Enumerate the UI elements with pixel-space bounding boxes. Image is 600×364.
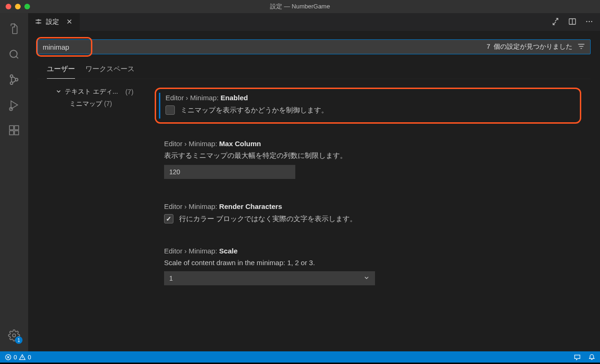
svg-rect-7 [15,131,19,135]
chevron-down-icon [363,275,370,282]
close-tab-icon[interactable] [66,18,73,27]
chevron-down-icon [55,88,62,96]
checkbox-render-characters[interactable] [164,214,173,223]
select-value: 1 [169,275,173,282]
setting-minimap-enabled: Editor › Minimap: Enabled ミニマップを表示するかどうか… [155,88,581,124]
svg-point-1 [10,75,13,77]
input-minimap-max-column[interactable] [164,165,295,179]
settings-list: Editor › Minimap: Enabled ミニマップを表示するかどうか… [155,88,591,304]
status-feedback-icon[interactable] [574,354,581,361]
toc-item-label: ミニマップ [69,100,102,107]
open-changes-icon[interactable] [551,17,560,27]
tab-settings[interactable]: 設定 [28,13,80,31]
toc-item-count: (7) [104,100,112,107]
minimize-window-icon[interactable] [15,4,21,9]
setting-title: Editor › Minimap: Enabled [165,94,570,102]
svg-point-15 [591,21,592,22]
traffic-lights [0,4,30,9]
svg-point-11 [38,22,39,23]
svg-point-13 [586,21,587,22]
setting-title: Editor › Minimap: Scale [164,247,572,255]
setting-description: 表示するミニマップの最大幅を特定の列数に制限します。 [164,151,572,160]
settings-badge: 1 [15,336,22,344]
setting-description: 行にカラー ブロックではなく実際の文字を表示します。 [179,215,357,223]
setting-minimap-max-column: Editor › Minimap: Max Column 表示するミニマップの最… [155,135,581,186]
svg-point-14 [589,21,590,22]
select-minimap-scale[interactable]: 1 [164,271,375,285]
scope-tabs: ユーザー ワークスペース [38,65,591,79]
setting-title: Editor › Minimap: Render Characters [164,202,572,210]
scope-tab-user[interactable]: ユーザー [47,65,75,79]
setting-title: Editor › Minimap: Max Column [164,140,572,148]
toc-item-minimap[interactable]: ミニマップ (7) [55,100,155,108]
svg-point-0 [10,50,17,57]
extensions-icon[interactable] [3,119,25,141]
settings-gear-icon[interactable]: 1 [3,324,25,347]
tab-bar: 設定 [28,13,600,31]
error-count: 0 [14,354,17,361]
run-debug-icon[interactable] [3,94,25,116]
split-editor-icon[interactable] [568,17,577,27]
explorer-icon[interactable] [3,18,25,40]
setting-minimap-render-characters: Editor › Minimap: Render Characters 行にカラ… [155,198,581,231]
filter-icon[interactable] [577,42,590,52]
settings-tab-icon [35,18,42,27]
svg-point-2 [10,82,13,84]
svg-point-9 [13,334,16,337]
source-control-icon[interactable] [3,68,25,91]
checkbox-minimap-enabled[interactable] [165,105,175,115]
toc-group-text-editor[interactable]: テキスト エディ... (7) [55,88,155,96]
status-bar: 0 0 [0,351,600,363]
maximize-window-icon[interactable] [24,4,30,9]
status-notifications-icon[interactable] [588,354,595,361]
search-icon[interactable] [3,43,25,66]
settings-search-box[interactable]: ７ 個の設定が見つかりました [38,39,591,54]
svg-rect-5 [9,126,14,130]
svg-rect-6 [9,131,14,135]
more-actions-icon[interactable] [585,17,593,27]
setting-description: ミニマップを表示するかどうかを制御します。 [180,106,328,115]
close-window-icon[interactable] [6,4,11,9]
titlebar: 設定 — NumberGame [0,0,600,13]
setting-description: Scale of content drawn in the minimap: 1… [164,259,572,267]
toc-group-count: (7) [125,88,133,96]
status-errors[interactable]: 0 [5,354,17,361]
setting-minimap-scale: Editor › Minimap: Scale Scale of content… [155,242,581,293]
scope-tab-workspace[interactable]: ワークスペース [85,65,135,79]
search-result-count: ７ 個の設定が見つかりました [480,43,577,51]
search-input[interactable] [38,43,160,51]
activity-bar: 1 [0,13,28,351]
toc-group-label: テキスト エディ... [65,88,118,96]
svg-rect-8 [15,126,19,130]
tab-title: 設定 [46,18,59,26]
settings-toc: テキスト エディ... (7) ミニマップ (7) [38,88,155,304]
warning-count: 0 [28,354,31,361]
window-title: 設定 — NumberGame [270,2,330,11]
status-warnings[interactable]: 0 [19,354,31,361]
svg-point-10 [38,19,39,21]
